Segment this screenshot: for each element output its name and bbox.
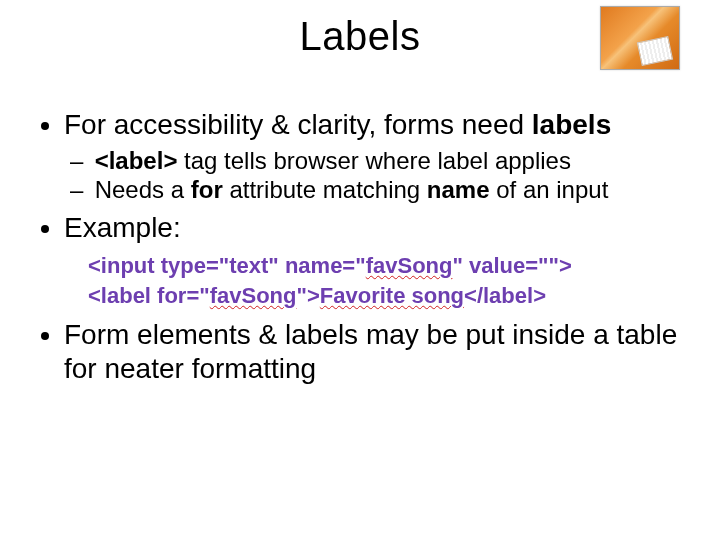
bullet-1-text: For accessibility & clarity, forms need (64, 109, 532, 140)
bullet-1a: <label> tag tells browser where label ap… (88, 146, 692, 175)
bullet-1a-tag: <label> (95, 147, 178, 174)
bullet-list-2: Form elements & labels may be put inside… (36, 318, 692, 386)
slide-title: Labels (300, 14, 421, 58)
bullet-1b-name: name (427, 176, 490, 203)
bullet-2-text: Example: (64, 212, 181, 243)
bullet-1-sub: <label> tag tells browser where label ap… (64, 146, 692, 205)
title-wrap: Labels (0, 14, 720, 59)
code-l1-b: " value=""> (452, 253, 571, 278)
code-l2-favsong: favSong (210, 283, 297, 308)
bullet-1: For accessibility & clarity, forms need … (64, 108, 692, 205)
bullet-1b: Needs a for attribute matching name of a… (88, 175, 692, 204)
code-l2-favorite-song: Favorite song (320, 283, 464, 308)
code-example: <input type="text" name="favSong" value=… (88, 251, 692, 310)
bullet-list: For accessibility & clarity, forms need … (36, 108, 692, 245)
bullet-1b-for: for (191, 176, 223, 203)
bullet-1b-post: of an input (490, 176, 609, 203)
bullet-1b-mid: attribute matching (223, 176, 427, 203)
bullet-3: Form elements & labels may be put inside… (64, 318, 692, 386)
bullet-1b-pre: Needs a (95, 176, 191, 203)
code-l2-c: </label> (464, 283, 546, 308)
code-line-2: <label for="favSong">Favorite song</labe… (88, 281, 692, 311)
bullet-1-bold: labels (532, 109, 611, 140)
bullet-2: Example: (64, 211, 692, 245)
code-l1-favsong: favSong (366, 253, 453, 278)
code-l1-a: <input type="text" name=" (88, 253, 366, 278)
code-l2-a: <label for=" (88, 283, 210, 308)
bullet-1a-rest: tag tells browser where label applies (177, 147, 571, 174)
code-l2-b: "> (297, 283, 320, 308)
slide: Labels For accessibility & clarity, form… (0, 0, 720, 540)
bullet-3-text: Form elements & labels may be put inside… (64, 319, 677, 384)
code-line-1: <input type="text" name="favSong" value=… (88, 251, 692, 281)
slide-body: For accessibility & clarity, forms need … (36, 108, 692, 393)
